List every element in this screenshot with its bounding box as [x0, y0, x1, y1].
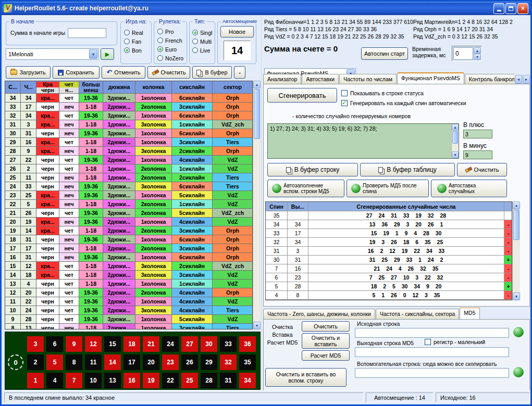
- board-number-11[interactable]: 11: [85, 354, 102, 370]
- play-button[interactable]: ▶: [101, 48, 114, 60]
- sixline-cell[interactable]: 6сиклайн: [172, 94, 213, 103]
- clear-button[interactable]: Очистить: [147, 66, 190, 79]
- number-cell[interactable]: 34: [21, 94, 36, 103]
- close-button[interactable]: ×: [517, 3, 528, 14]
- board-number-3[interactable]: 3: [27, 336, 44, 352]
- number-cell[interactable]: 31: [21, 235, 36, 244]
- spins-scrollbar[interactable]: ▲ ▼: [512, 201, 520, 300]
- check-md5-button[interactable]: Проверить МД5 после спина: [347, 180, 429, 197]
- column-cell[interactable]: 1колонка: [135, 218, 172, 226]
- sector-cell[interactable]: VdZ: [213, 200, 253, 209]
- sector-cell[interactable]: Orph: [213, 244, 253, 253]
- color-cell[interactable]: черн: [36, 306, 59, 315]
- sector-cell[interactable]: VdZ: [213, 164, 253, 173]
- sector-cell[interactable]: Tiers: [213, 306, 253, 315]
- color-cell[interactable]: кра...: [36, 226, 59, 235]
- radio-option-Live[interactable]: Live: [192, 46, 212, 55]
- spin-cell[interactable]: 17: [5, 244, 21, 253]
- parity-cell[interactable]: чет: [59, 306, 79, 315]
- parity-cell[interactable]: неч: [59, 103, 79, 111]
- range-cell[interactable]: 1-18: [79, 138, 103, 147]
- range-cell[interactable]: 19-36: [79, 218, 103, 226]
- board-number-10[interactable]: 10: [85, 373, 102, 388]
- scrollbar-thumb[interactable]: [513, 210, 519, 240]
- color-cell[interactable]: черн: [36, 164, 59, 173]
- board-number-0[interactable]: 0: [8, 354, 23, 370]
- parity-cell[interactable]: чет: [59, 111, 79, 120]
- spin-cell[interactable]: 9: [5, 315, 21, 324]
- sector-cell[interactable]: Tiers: [213, 182, 253, 191]
- parity-cell[interactable]: чет: [59, 297, 79, 306]
- dozen-cell[interactable]: 2дюжи...: [103, 271, 135, 280]
- sixline-cell[interactable]: 4сиклайн: [172, 306, 213, 315]
- parity-cell[interactable]: чет: [59, 164, 79, 173]
- column-cell[interactable]: 1колонка: [135, 191, 172, 200]
- number-cell[interactable]: 3: [21, 120, 36, 129]
- scroll-down-icon[interactable]: ▼: [513, 293, 520, 300]
- range-cell[interactable]: 19-36: [79, 156, 103, 164]
- dozen-cell[interactable]: 3дюжи...: [103, 253, 135, 262]
- spin-cell[interactable]: 24: [5, 182, 21, 191]
- sixline-cell[interactable]: 6сиклайн: [172, 129, 213, 138]
- board-number-31[interactable]: 31: [220, 373, 237, 388]
- board-number-17[interactable]: 17: [123, 354, 140, 370]
- column-cell[interactable]: 1колонка: [135, 235, 172, 244]
- range-cell[interactable]: 1-18: [79, 120, 103, 129]
- sector-cell[interactable]: Orph: [213, 235, 253, 244]
- spins-win-cell[interactable]: 17: [288, 229, 308, 238]
- tab-MD5[interactable]: MD5: [460, 308, 479, 319]
- sixline-cell[interactable]: 4сиклайн: [172, 288, 213, 297]
- board-number-24[interactable]: 24: [162, 336, 179, 352]
- minus-button[interactable]: -: [234, 66, 245, 79]
- board-number-1[interactable]: 1: [27, 373, 44, 388]
- number-cell[interactable]: 20: [21, 288, 36, 297]
- radio-option-Pro[interactable]: Pro: [157, 27, 183, 36]
- color-cell[interactable]: черн: [36, 253, 59, 262]
- parity-cell[interactable]: чет: [59, 315, 79, 324]
- range-cell[interactable]: 19-36: [79, 253, 103, 262]
- range-cell[interactable]: 19-36: [79, 111, 103, 120]
- dozen-cell[interactable]: 2дюжи...: [103, 324, 135, 329]
- parity-cell[interactable]: чет: [59, 288, 79, 297]
- dozen-cell[interactable]: 3дюжи...: [103, 315, 135, 324]
- board-number-30[interactable]: 30: [201, 336, 217, 352]
- number-cell[interactable]: 25: [21, 191, 36, 200]
- column-cell[interactable]: 3колонка: [135, 182, 172, 191]
- number-cell[interactable]: 5: [21, 200, 36, 209]
- spins-win-cell[interactable]: [288, 211, 308, 220]
- number-cell[interactable]: 4: [21, 280, 36, 288]
- range-cell[interactable]: 19-36: [79, 182, 103, 191]
- dozen-cell[interactable]: 1дюжи...: [103, 173, 135, 182]
- auto-generate-checkbox[interactable]: Генерировать на каждый спин автоматическ…: [341, 100, 466, 106]
- save-button[interactable]: Сохранить: [53, 66, 100, 79]
- textarea-scrollbar[interactable]: ▲ ▼: [451, 124, 459, 158]
- dozen-cell[interactable]: 1дюжи...: [103, 200, 135, 209]
- sixline-cell[interactable]: 1сиклайн: [172, 200, 213, 209]
- generated-textarea[interactable]: 1) 27; 2) 24; 3) 31; 4) 33; 5) 19; 6) 32…: [267, 123, 459, 159]
- color-cell[interactable]: кра...: [36, 200, 59, 209]
- autobet-button[interactable]: Автоставка случайных: [431, 180, 507, 197]
- range-cell[interactable]: 19-36: [79, 306, 103, 315]
- board-number-12[interactable]: 12: [85, 336, 102, 352]
- range-cell[interactable]: 1-18: [79, 147, 103, 156]
- dozen-cell[interactable]: 2дюжи...: [103, 103, 135, 111]
- board-number-27[interactable]: 27: [181, 336, 198, 352]
- undo-button[interactable]: ↶ Отменить: [102, 66, 145, 79]
- sixline-cell[interactable]: 3сиклайн: [172, 138, 213, 147]
- scrollbar-thumb[interactable]: [452, 131, 458, 144]
- column-cell[interactable]: 2колонка: [135, 209, 172, 218]
- dozen-cell[interactable]: 1дюжи...: [103, 262, 135, 271]
- board-number-18[interactable]: 18: [123, 336, 140, 352]
- to-buffer-button[interactable]: В буфер: [192, 66, 232, 79]
- md5-clear-button[interactable]: Очистить: [302, 321, 350, 332]
- dozen-cell[interactable]: 1дюжи...: [103, 164, 135, 173]
- color-cell[interactable]: кра...: [36, 120, 59, 129]
- dozen-cell[interactable]: 2дюжи...: [103, 226, 135, 235]
- column-cell[interactable]: 1колонка: [135, 129, 172, 138]
- radio-option-Fan[interactable]: Fan: [124, 37, 143, 46]
- column-cell[interactable]: 1колонка: [135, 324, 172, 329]
- sector-cell[interactable]: VdZ: [213, 156, 253, 164]
- number-cell[interactable]: 24: [21, 306, 36, 315]
- sector-cell[interactable]: Orph: [213, 147, 253, 156]
- sector-cell[interactable]: Orph: [213, 103, 253, 111]
